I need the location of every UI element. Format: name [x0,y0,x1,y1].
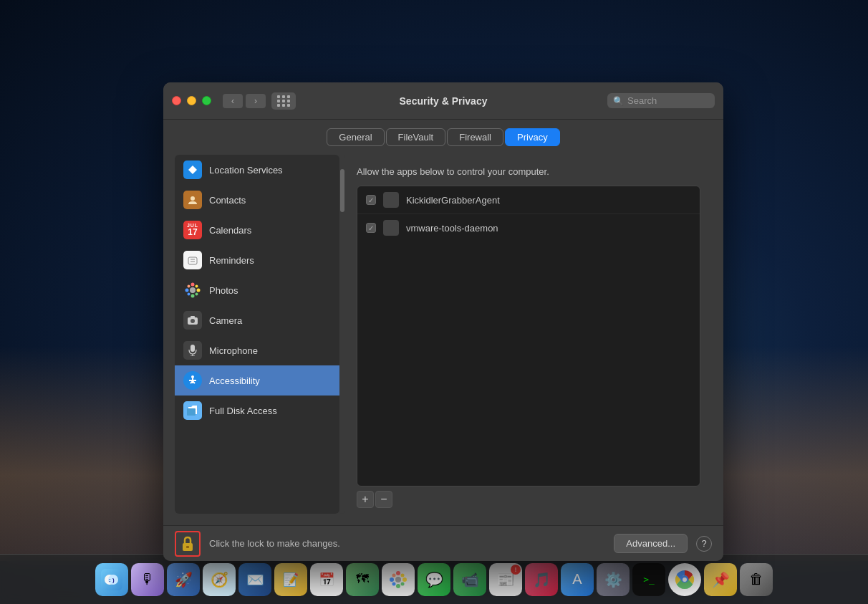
dock-item-finder[interactable]: : ) [95,563,128,596]
titlebar: ‹ › Security & Privacy 🔍 Search [163,82,723,120]
add-app-button[interactable]: + [357,491,374,508]
sidebar-item-camera[interactable]: Camera [175,305,339,335]
lock-icon [180,536,195,552]
svg-point-9 [197,289,201,292]
tab-general[interactable]: General [327,128,384,146]
minimize-button[interactable] [187,96,196,105]
dock-item-safari[interactable]: 🧭 [203,563,236,596]
photos-icon [183,281,202,299]
kickidler-icon [383,192,399,208]
dock-item-mail[interactable]: ✉️ [238,563,271,596]
window-title: Security & Privacy [400,95,488,107]
svg-point-13 [196,293,198,296]
dock-item-calendar[interactable]: 📅 [310,563,343,596]
svg-point-8 [185,289,189,292]
sidebar-label-location: Location Services [209,165,283,176]
maximize-button[interactable] [202,96,211,105]
svg-point-40 [392,582,396,585]
dock-item-notes[interactable]: 📝 [274,563,307,596]
dock-item-terminal[interactable]: >_ [632,563,665,596]
dock-item-sticky[interactable]: 📌 [704,563,737,596]
sidebar-wrapper: Location Services Contacts JUL 17 [175,155,345,514]
forward-button[interactable]: › [246,94,266,108]
accessibility-icon [183,371,202,390]
sidebar-label-contacts: Contacts [209,195,246,206]
dock-item-appstore[interactable]: A [561,563,594,596]
dock-item-news[interactable]: 📰 ! [489,563,522,596]
sidebar-item-accessibility[interactable]: Accessibility [175,365,339,396]
app-checkbox-vmware[interactable]: ✓ [366,223,376,233]
camera-icon [183,311,202,330]
help-button[interactable]: ? [696,536,712,552]
search-bar[interactable]: 🔍 Search [607,93,715,108]
svg-point-33 [395,577,401,583]
dock-item-launchpad[interactable]: 🚀 [167,563,200,596]
app-name-vmware: vmware-tools-daemon [406,223,498,234]
tab-filevault[interactable]: FileVault [386,128,446,146]
dock-item-siri[interactable]: 🎙 [131,563,164,596]
svg-point-20 [191,375,194,378]
search-placeholder: Search [627,95,657,106]
lock-text: Click the lock to make changes. [209,538,605,549]
vmware-icon [383,220,399,236]
sidebar-item-contacts[interactable]: Contacts [175,185,339,215]
remove-app-button[interactable]: − [375,491,392,508]
svg-rect-27 [186,546,189,548]
sidebar-label-full-disk-access: Full Disk Access [209,406,277,416]
calendars-icon: JUL 17 [183,221,202,239]
sidebar: Location Services Contacts JUL 17 [175,155,339,514]
nav-buttons: ‹ › [223,94,266,108]
close-button[interactable] [172,96,181,105]
sidebar-item-full-disk-access[interactable]: Full Disk Access [175,396,339,426]
sidebar-item-calendars[interactable]: JUL 17 Calendars [175,215,339,245]
checkbox-check-icon: ✓ [368,196,374,204]
sidebar-item-microphone[interactable]: Microphone [175,335,339,365]
dock-item-facetime[interactable]: 📹 [453,563,486,596]
advanced-button[interactable]: Advanced... [614,534,688,553]
checkbox-check-icon: ✓ [368,224,374,232]
svg-text::: : [109,577,111,583]
microphone-icon [183,341,202,360]
right-panel: Allow the apps below to control your com… [345,155,712,514]
reminders-icon [183,251,202,269]
app-checkbox-kickidler[interactable]: ✓ [366,195,376,205]
svg-point-38 [392,573,396,577]
svg-point-41 [401,582,405,585]
sidebar-item-reminders[interactable]: Reminders [175,245,339,275]
sidebar-scroll-thumb [340,169,344,212]
dock-item-system-preferences[interactable]: ⚙️ [597,563,630,596]
dock-item-maps[interactable]: 🗺 [346,563,379,596]
bottom-bar: Click the lock to make changes. Advanced… [163,525,723,561]
sidebar-label-accessibility: Accessibility [209,375,260,386]
dock-item-messages[interactable]: 💬 [418,563,450,596]
grid-view-button[interactable] [271,92,296,110]
svg-point-10 [188,285,191,288]
svg-point-12 [188,293,191,296]
app-row: ✓ vmware-tools-daemon [357,214,700,241]
svg-point-5 [190,287,196,293]
tab-firewall[interactable]: Firewall [447,128,503,146]
tab-privacy[interactable]: Privacy [505,128,560,146]
contacts-icon [183,191,202,209]
svg-rect-17 [191,345,195,352]
apps-list: ✓ KickidlerGrabberAgent ✓ vmware-tools-d… [357,186,700,486]
dock-item-trash[interactable]: 🗑 [740,563,773,596]
svg-rect-2 [188,257,197,264]
svg-point-39 [401,573,405,577]
svg-point-6 [191,283,195,287]
sidebar-item-location-services[interactable]: Location Services [175,155,339,185]
dock-item-music[interactable]: 🎵 [525,563,558,596]
app-row: ✓ KickidlerGrabberAgent [357,186,700,214]
back-button[interactable]: ‹ [223,94,243,108]
sidebar-label-reminders: Reminders [209,255,254,266]
sidebar-scrollbar[interactable] [339,155,345,514]
dock-item-chrome[interactable] [668,563,701,596]
list-actions: + − [357,491,700,508]
sidebar-item-photos[interactable]: Photos [175,275,339,305]
lock-button[interactable] [175,531,201,557]
svg-point-15 [191,319,195,323]
svg-point-11 [196,285,198,288]
dock-item-photos[interactable] [382,563,415,596]
svg-text:): ) [112,577,115,583]
tabs-row: General FileVault Firewall Privacy [163,120,723,155]
